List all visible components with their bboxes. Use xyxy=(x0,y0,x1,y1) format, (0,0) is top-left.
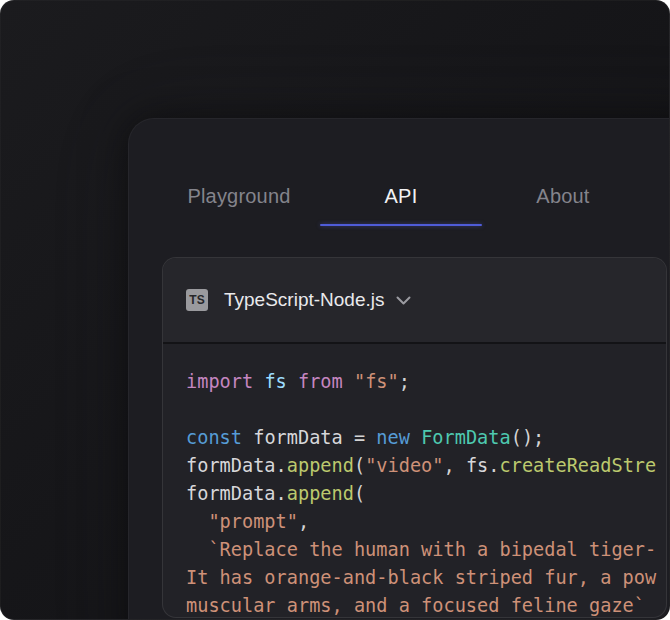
code-editor: import fs from "fs"; const formData = ne… xyxy=(163,344,666,618)
api-docs-card: PlaygroundAPIAbout TS TypeScript-Node.js… xyxy=(128,118,670,620)
code-line xyxy=(186,396,666,424)
typescript-badge-icon: TS xyxy=(186,289,208,311)
tab-bar: PlaygroundAPIAbout xyxy=(158,166,644,226)
code-line: muscular arms, and a focused feline gaze… xyxy=(186,592,666,618)
tab-api[interactable]: API xyxy=(320,166,482,226)
language-selector[interactable]: TS TypeScript-Node.js xyxy=(163,258,666,344)
code-line: formData.append("video", fs.createReadSt… xyxy=(186,452,666,480)
code-line: const formData = new FormData(); xyxy=(186,424,666,452)
screenshot-root: PlaygroundAPIAbout TS TypeScript-Node.js… xyxy=(0,0,670,620)
app-window: PlaygroundAPIAbout TS TypeScript-Node.js… xyxy=(0,0,670,620)
code-line: import fs from "fs"; xyxy=(186,368,666,396)
tab-playground[interactable]: Playground xyxy=(158,166,320,226)
code-panel: TS TypeScript-Node.js import fs from "fs… xyxy=(162,257,667,618)
tab-about[interactable]: About xyxy=(482,166,644,226)
code-line: It has orange-and-black striped fur, a p… xyxy=(186,564,666,592)
code-line: "prompt", xyxy=(186,508,666,536)
chevron-down-icon[interactable] xyxy=(396,296,411,305)
code-line: `Replace the human with a bipedal tiger- xyxy=(186,536,666,564)
code-line: formData.append( xyxy=(186,480,666,508)
code-panel-title: TypeScript-Node.js xyxy=(224,289,385,311)
